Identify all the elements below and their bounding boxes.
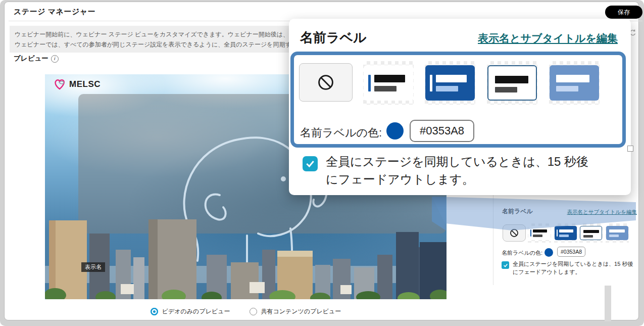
- popup-label-style-none-option[interactable]: [299, 63, 353, 102]
- check-icon: [503, 263, 508, 268]
- radio-shared-content-label: 共有コンテンツのプレビュー: [261, 307, 341, 316]
- preview-section-label: プレビュー i: [14, 54, 59, 63]
- popup-sync-fadeout-text: 全員にステージを同期しているときは、15 秒後 にフェードアウトします。: [326, 153, 619, 188]
- panel-label-style-blue-option[interactable]: [606, 226, 628, 240]
- save-button[interactable]: 保存: [605, 6, 642, 19]
- popup-style-option-wrap: [487, 61, 537, 105]
- panel-label-style-white-accent-option[interactable]: [528, 226, 551, 240]
- brand-logo: MELSC: [53, 78, 101, 90]
- prohibited-icon: [316, 73, 335, 92]
- popup-color-hex-input[interactable]: [410, 120, 474, 142]
- radio-selected-icon[interactable]: [151, 308, 158, 315]
- panel-label-style-none-option[interactable]: [503, 224, 526, 242]
- panel-style-option-wrap: [606, 223, 629, 243]
- radio-shared-content[interactable]: 共有コンテンツのプレビュー: [250, 307, 341, 316]
- radio-video-only-label: ビデオのみのプレビュー: [162, 307, 230, 316]
- display-name-tag: 表示名: [81, 262, 105, 272]
- popup-label-style-blue-accent-option[interactable]: [425, 65, 475, 101]
- popup-style-option-wrap: [425, 61, 475, 105]
- name-label-magnifier-popup: 名前ラベル 表示名とサブタイトルを編集 名前ラベルの色:: [289, 19, 631, 195]
- popup-name-label-title: 名前ラベル: [300, 29, 367, 46]
- page-title: ステージ マネージャー: [14, 7, 95, 17]
- check-icon: [305, 159, 315, 169]
- popup-color-swatch[interactable]: [386, 122, 404, 139]
- panel-color-hex-input[interactable]: [557, 247, 585, 257]
- preview-mode-radios: ビデオのみのプレビュー 共有コンテンツのプレビュー: [45, 307, 447, 316]
- panel-style-option-wrap: [579, 223, 603, 243]
- radio-video-only[interactable]: ビデオのみのプレビュー: [151, 307, 230, 316]
- brand-name: MELSC: [69, 79, 101, 89]
- panel-style-option-wrap: [554, 223, 577, 243]
- panel-sync-fadeout-text: 全員にステージを同期しているときは、15 秒後 にフェードアウトします。: [513, 260, 639, 276]
- page: ステージ マネージャー 保存 ウェビナー開始前に、ウェビナー ステージ ビューを…: [4, 2, 639, 320]
- popup-color-label: 名前ラベルの色:: [300, 125, 382, 141]
- annotation-resize-handle: [627, 146, 633, 152]
- city-skyline: [45, 219, 447, 299]
- panel-sync-fadeout-checkbox[interactable]: [502, 261, 509, 269]
- popup-style-option-wrap: [363, 61, 414, 105]
- info-icon[interactable]: i: [51, 55, 59, 63]
- panel-name-label-title: 名前ラベル: [502, 207, 533, 216]
- popup-label-style-white-accent-option[interactable]: [364, 65, 413, 101]
- window-frame: ステージ マネージャー 保存 ウェビナー開始前に、ウェビナー ステージ ビューを…: [0, 0, 644, 326]
- melsc-heart-icon: [53, 78, 66, 90]
- popup-label-style-blue-option[interactable]: [550, 65, 599, 101]
- panel-label-style-blue-accent-option[interactable]: [555, 226, 577, 240]
- radio-unselected-icon[interactable]: [250, 308, 257, 315]
- panel-gap: [605, 286, 611, 321]
- panel-color-label: 名前ラベルの色:: [502, 249, 542, 257]
- popup-style-option-wrap: [549, 61, 600, 105]
- panel-edit-display-name-link[interactable]: 表示名とサブタイトルを編集: [560, 209, 637, 216]
- preview-label-text: プレビュー: [14, 54, 48, 63]
- popup-sync-fadeout-checkbox[interactable]: [303, 156, 318, 171]
- prohibited-icon: [509, 228, 519, 238]
- panel-label-style-white-option[interactable]: [580, 226, 602, 240]
- panel-style-option-wrap: [528, 223, 551, 243]
- popup-edit-display-name-link[interactable]: 表示名とサブタイトルを編集: [478, 31, 618, 45]
- popup-label-style-white-option[interactable]: [487, 65, 537, 101]
- panel-color-swatch[interactable]: [544, 248, 553, 257]
